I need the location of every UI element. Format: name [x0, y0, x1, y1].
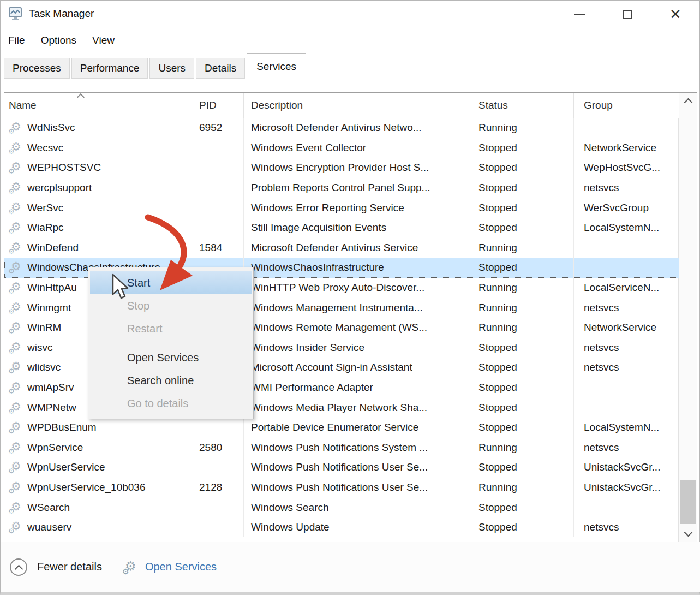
- service-description: Windows Media Player Network Sha...: [244, 397, 471, 418]
- close-button[interactable]: ✕: [651, 1, 699, 28]
- service-status: Stopped: [471, 418, 574, 438]
- context-menu-item-search-online[interactable]: Search online: [90, 369, 252, 392]
- footer-divider: [112, 559, 112, 575]
- service-status: Stopped: [471, 497, 574, 517]
- gear-icon: ⚙⚙: [122, 560, 140, 575]
- service-pid: 2128: [189, 478, 244, 498]
- column-header-status[interactable]: Status: [471, 93, 574, 118]
- service-group: WepHostSvcG...: [574, 158, 679, 178]
- service-name: WinRM: [27, 322, 61, 334]
- column-header-description[interactable]: Description: [244, 93, 471, 118]
- menu-options[interactable]: Options: [41, 32, 85, 49]
- table-row[interactable]: ⚙⚙ WinDefend 1584 Microsoft Defender Ant…: [4, 238, 679, 258]
- open-services-link[interactable]: ⚙⚙ Open Services: [122, 560, 217, 575]
- gear-icon: ⚙⚙: [9, 121, 25, 135]
- task-manager-window: Task Manager ✕ FileOptionsView Processes…: [0, 0, 700, 595]
- context-menu-item-start[interactable]: Start: [90, 271, 252, 294]
- table-row[interactable]: ⚙⚙ WpnUserService_10b036 2128 Windows Pu…: [4, 478, 679, 498]
- column-header-name[interactable]: Name: [4, 93, 189, 118]
- fewer-details-button[interactable]: Fewer details: [10, 558, 102, 576]
- service-status: Stopped: [471, 218, 574, 238]
- gear-icon: ⚙⚙: [9, 221, 25, 235]
- service-group: NetworkService: [574, 138, 679, 158]
- chevron-up-icon: [685, 98, 691, 104]
- service-name: WpnUserService_10b036: [27, 481, 146, 493]
- service-group: netsvcs: [574, 358, 679, 378]
- service-status: Stopped: [471, 178, 574, 198]
- context-menu-item-open-services[interactable]: Open Services: [90, 346, 252, 369]
- service-description: Windows Management Instrumenta...: [244, 297, 471, 318]
- tab-processes[interactable]: Processes: [4, 58, 70, 79]
- service-group: LocalSystemN...: [574, 418, 679, 438]
- tab-users[interactable]: Users: [149, 58, 194, 79]
- table-row[interactable]: ⚙⚙ WpnUserService Windows Push Notificat…: [4, 457, 679, 478]
- service-status: Running: [471, 118, 574, 138]
- service-name: WpnUserService: [27, 461, 105, 473]
- service-description: Windows Update: [244, 517, 471, 538]
- table-row[interactable]: ⚙⚙ WpnService 2580 Windows Push Notifica…: [4, 438, 679, 458]
- scrollbar-thumb[interactable]: [680, 480, 696, 524]
- tab-services[interactable]: Services: [247, 53, 306, 79]
- service-group: netsvcs: [574, 517, 679, 538]
- service-pid: [189, 178, 244, 198]
- service-status: Stopped: [471, 338, 574, 358]
- table-row[interactable]: ⚙⚙ Wecsvc Windows Event Collector Stoppe…: [4, 138, 679, 158]
- table-row[interactable]: ⚙⚙ WEPHOSTSVC Windows Encryption Provide…: [4, 158, 679, 178]
- service-status: Running: [471, 438, 574, 458]
- tab-details[interactable]: Details: [196, 58, 245, 79]
- service-name: WPDBusEnum: [27, 421, 97, 433]
- gear-icon: ⚙⚙: [9, 520, 25, 534]
- scroll-down-button[interactable]: [679, 525, 697, 542]
- service-group: [574, 238, 679, 258]
- table-header: Name PID Description Status Group: [4, 93, 679, 118]
- service-pid: 6952: [189, 118, 244, 138]
- vertical-scrollbar[interactable]: [678, 93, 697, 542]
- fewer-details-label: Fewer details: [37, 561, 102, 573]
- service-status: Stopped: [471, 198, 574, 218]
- gear-icon: ⚙⚙: [9, 201, 25, 215]
- table-row[interactable]: ⚙⚙ wercplsupport Problem Reports Control…: [4, 178, 679, 198]
- service-description: Windows Push Notifications User Se...: [244, 478, 471, 498]
- service-name: WinDefend: [27, 242, 79, 254]
- service-name: WpnService: [27, 442, 83, 454]
- gear-icon: ⚙⚙: [9, 401, 25, 415]
- service-group: WerSvcGroup: [574, 198, 679, 218]
- service-description: Windows Push Notifications User Se...: [244, 457, 471, 478]
- service-description: Windows Push Notifications System ...: [244, 438, 471, 458]
- tab-performance[interactable]: Performance: [71, 58, 148, 79]
- table-row[interactable]: ⚙⚙ WSearch Windows Search Stopped: [4, 497, 679, 517]
- service-description: Windows Error Reporting Service: [244, 198, 471, 218]
- table-row[interactable]: ⚙⚙ WerSvc Windows Error Reporting Servic…: [4, 198, 679, 218]
- service-name: Wecsvc: [27, 142, 63, 154]
- service-description: WMI Performance Adapter: [244, 378, 471, 398]
- service-group: netsvcs: [574, 338, 679, 358]
- maximize-icon: [623, 10, 632, 19]
- maximize-button[interactable]: [603, 1, 651, 28]
- service-description: Windows Insider Service: [244, 338, 471, 358]
- gear-icon: ⚙⚙: [9, 441, 25, 455]
- service-group: [574, 497, 679, 517]
- table-row[interactable]: ⚙⚙ WdNisSvc 6952 Microsoft Defender Anti…: [4, 118, 679, 138]
- service-pid: [189, 418, 244, 438]
- service-group: netsvcs: [574, 297, 679, 318]
- table-row[interactable]: ⚙⚙ WPDBusEnum Portable Device Enumerator…: [4, 418, 679, 438]
- sort-ascending-icon: [77, 93, 85, 98]
- column-header-group[interactable]: Group: [574, 93, 679, 118]
- service-status: Running: [471, 478, 574, 498]
- column-header-pid[interactable]: PID: [189, 93, 244, 118]
- service-group: [574, 118, 679, 138]
- menu-file[interactable]: File: [8, 32, 33, 49]
- service-status: Running: [471, 297, 574, 318]
- service-pid: [189, 158, 244, 178]
- service-name: wuauserv: [27, 521, 71, 533]
- service-pid: [189, 198, 244, 218]
- gear-icon: ⚙⚙: [9, 360, 25, 374]
- minimize-button[interactable]: [555, 1, 603, 28]
- service-status: Running: [471, 278, 574, 298]
- service-group: LocalServiceN...: [574, 278, 679, 298]
- menu-view[interactable]: View: [92, 32, 123, 49]
- table-row[interactable]: ⚙⚙ wuauserv Windows Update Stopped netsv…: [4, 517, 679, 538]
- service-status: Stopped: [471, 358, 574, 378]
- table-row[interactable]: ⚙⚙ WiaRpc Still Image Acquisition Events…: [4, 218, 679, 238]
- scroll-up-button[interactable]: [679, 93, 697, 109]
